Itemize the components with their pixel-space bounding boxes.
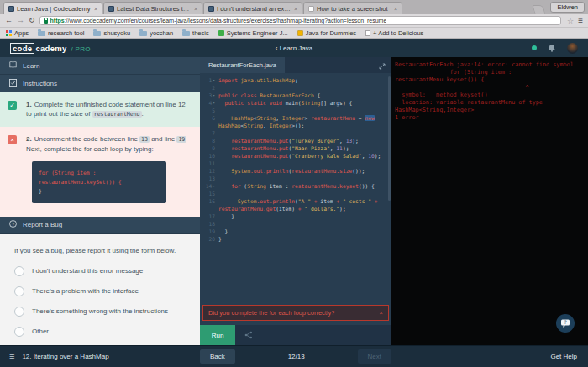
folder-icon: [139, 31, 147, 36]
back-icon[interactable]: ←: [5, 17, 13, 24]
code-token: restaurantMenu.keyset: [291, 183, 359, 189]
radio-button[interactable]: [14, 266, 24, 276]
browser-tab[interactable]: Latest Data Structures top...×: [103, 2, 202, 14]
expand-icon[interactable]: [379, 58, 386, 73]
code-token: =: [355, 115, 365, 121]
editor-scrollbar[interactable]: [388, 76, 391, 201]
learn-section-header[interactable]: Learn: [0, 57, 200, 75]
code-token: RestaurantForEach: [260, 92, 313, 98]
bell-icon[interactable]: [548, 40, 556, 55]
browser-profile-button[interactable]: Eldwen: [550, 2, 585, 13]
code-token: [378, 198, 381, 204]
avatar[interactable]: [567, 43, 578, 54]
tab-close-icon[interactable]: ×: [194, 6, 197, 12]
bookmark-label: Systems Engineer J...: [227, 29, 288, 37]
code-line-content: HashMap<String, Integer> restaurantMenu …: [215, 114, 391, 129]
error-close-icon[interactable]: ×: [379, 309, 383, 317]
run-button[interactable]: Run: [200, 325, 235, 345]
tab-close-icon[interactable]: ×: [394, 6, 397, 12]
code-area[interactable]: 1▾import java.util.HashMap;23▾public cla…: [200, 73, 391, 305]
code-token: " dollars.": [304, 206, 339, 212]
get-help-button[interactable]: Get Help: [550, 353, 577, 360]
bookmark-item[interactable]: shusyoku: [93, 29, 130, 37]
tab-close-icon[interactable]: ×: [94, 6, 97, 12]
sample-code-line: for (String item : restaurantMenu.keySet…: [39, 168, 160, 187]
bookmark-item[interactable]: Java for Dummies: [297, 29, 356, 37]
code-line: 9 restaurantMenu.put("Naan Pizza", 11);: [200, 144, 391, 152]
bug-options: I don't understand this error messageThe…: [14, 266, 186, 337]
bookmark-item[interactable]: Systems Engineer J...: [218, 29, 288, 37]
bookmark-item[interactable]: + Add to Delicious: [365, 29, 423, 37]
new-tab-button[interactable]: [533, 5, 546, 14]
code-token: public static void: [225, 100, 282, 106]
bookmark-label: Apps: [14, 29, 29, 37]
bookmark-item[interactable]: yocchan: [139, 29, 173, 37]
code-line: 18: [200, 220, 391, 228]
url-scheme: https: [50, 18, 65, 24]
radio-button[interactable]: [14, 286, 24, 296]
code-token: 11: [336, 145, 343, 151]
task1-code-chip: restaurantMenu: [92, 111, 142, 118]
browser-tab[interactable]: Learn Java | Codecademy×: [3, 2, 102, 14]
task2-text-mid: and line: [150, 135, 176, 143]
line-number: 14▾: [200, 182, 215, 190]
lesson-menu-icon[interactable]: ≡: [9, 352, 14, 361]
browser-menu-icon[interactable]: ≡: [578, 16, 583, 25]
task-failed-x-icon: ×: [8, 135, 17, 144]
bug-form-intro: If you see a bug, please report it using…: [14, 247, 186, 254]
report-bug-section-header[interactable]: ? Report a Bug: [0, 217, 200, 234]
bug-option[interactable]: Other: [14, 327, 186, 337]
forward-icon[interactable]: →: [17, 17, 24, 24]
help-chat-button[interactable]: ?: [556, 314, 575, 333]
editor-file-tab[interactable]: RestaurantForEach.java: [200, 57, 285, 73]
instructions-section-header[interactable]: Instructions: [0, 75, 200, 92]
share-icon[interactable]: [244, 331, 253, 339]
logo-code-box: code: [10, 43, 34, 54]
radio-button[interactable]: [14, 327, 24, 337]
tab-close-icon[interactable]: ×: [294, 6, 297, 12]
bookmark-item[interactable]: research tool: [38, 29, 84, 37]
line-number: 13: [200, 175, 215, 182]
checklist-icon: [9, 79, 17, 88]
bug-option[interactable]: I don't understand this error message: [14, 266, 186, 276]
code-token: restaurantMenu.get: [218, 206, 276, 212]
green-app-icon: [218, 30, 224, 36]
browser-tab[interactable]: How to take a screenshot×: [303, 2, 402, 14]
reload-icon[interactable]: ↻: [29, 17, 35, 24]
code-line: 11: [200, 160, 391, 167]
code-token: ,: [263, 123, 270, 128]
bug-option[interactable]: There's something wrong with the instruc…: [14, 307, 186, 317]
code-line-content: public class RestaurantForEach {: [215, 92, 391, 99]
code-token: for: [231, 183, 240, 189]
code-line-content: [215, 175, 391, 182]
codecademy-logo[interactable]: codecademy / PRO: [10, 43, 91, 54]
code-token: [] args) {: [320, 100, 352, 106]
bug-option[interactable]: There's a problem with the interface: [14, 286, 186, 296]
bookmark-item[interactable]: Apps: [6, 29, 29, 37]
bookmarks-bar: Appsresearch toolshusyokuyocchanthesisSy…: [0, 27, 588, 39]
code-line: 4▾ public static void main(String[] args…: [200, 99, 391, 107]
back-button[interactable]: Back: [200, 349, 235, 364]
code-token: .out.println: [257, 198, 296, 204]
footer-lesson-area: ≡ 12. Iterating over a HashMap: [0, 352, 200, 361]
code-token: "Naan Pizza": [291, 145, 330, 151]
bookmark-label: yocchan: [150, 29, 173, 37]
line-number: 20: [200, 235, 215, 243]
code-line-content: [215, 129, 391, 137]
tab-title: Learn Java | Codecademy: [17, 5, 92, 13]
bookmark-star-icon[interactable]: ☆: [567, 17, 574, 25]
bug-option-label: I don't understand this error message: [32, 267, 143, 275]
task2-line-chip-19: 19: [176, 136, 186, 143]
next-button[interactable]: Next: [358, 349, 391, 364]
radio-button[interactable]: [14, 307, 24, 317]
line-number: 8: [200, 137, 215, 144]
browser-tab[interactable]: I don't understand an exe...×: [203, 2, 302, 14]
console-panel[interactable]: RestaurantForEach.java:14: error: cannot…: [391, 57, 588, 345]
main-content: Learn Instructions ✓ 1.Complete the unfi…: [0, 57, 588, 345]
url-bar[interactable]: https://www.codecademy.com/en/courses/le…: [39, 16, 562, 25]
code-token: String: [257, 115, 276, 121]
code-token: [218, 100, 225, 106]
code-line-content: [215, 190, 391, 197]
line-number: 17: [200, 212, 215, 220]
bookmark-item[interactable]: thesis: [182, 29, 209, 37]
